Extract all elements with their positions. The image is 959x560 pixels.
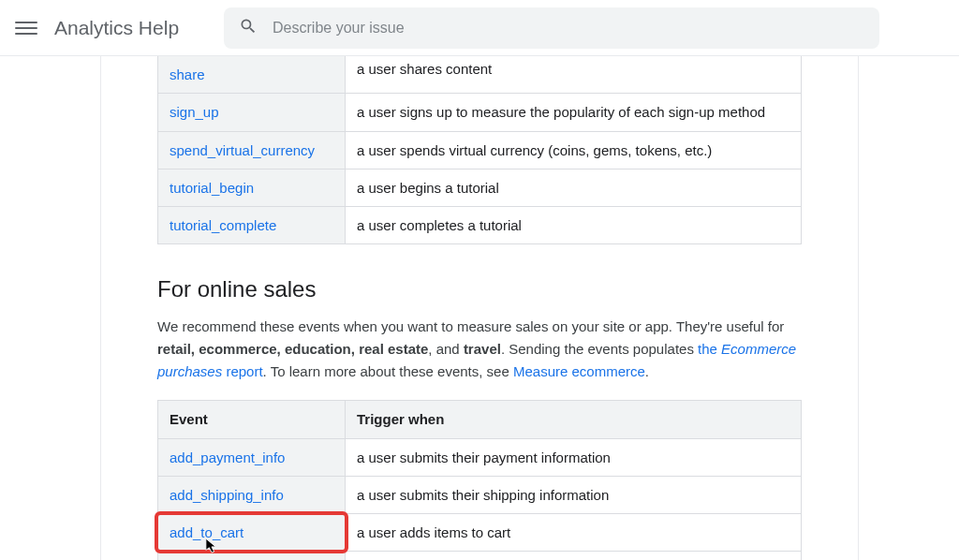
events-table-online-sales: Event Trigger when add_payment_infoa use… — [157, 400, 802, 560]
intro-bold-1: retail — [157, 341, 191, 357]
search-bar[interactable] — [224, 7, 879, 49]
table-row: tutorial_begina user begins a tutorial — [158, 169, 802, 206]
event-description: a user submits their payment information — [346, 438, 802, 476]
event-description: a user signs up to measure the popularit… — [346, 94, 802, 131]
section-heading-online-sales: For online sales — [157, 276, 802, 302]
event-cell: add_to_cart — [158, 514, 346, 552]
col-header-event: Event — [158, 401, 346, 438]
event-link[interactable]: add_payment_info — [170, 449, 285, 465]
event-description: a user adds items to cart — [346, 514, 802, 552]
table-row: add_payment_infoa user submits their pay… — [158, 438, 802, 476]
event-cell: add_shipping_info — [158, 476, 346, 513]
event-cell: tutorial_complete — [158, 207, 346, 244]
event-link[interactable]: share — [170, 66, 205, 82]
intro-bold-5: travel — [464, 341, 501, 357]
event-link[interactable]: spend_virtual_currency — [170, 142, 315, 158]
intro-text: . — [645, 363, 649, 379]
event-cell: spend_virtual_currency — [158, 131, 346, 169]
event-cell: sign_up — [158, 94, 346, 131]
search-icon — [239, 17, 258, 39]
event-cell: share — [158, 56, 346, 94]
col-header-trigger: Trigger when — [346, 401, 802, 438]
event-cell: add_to_wishlist — [158, 552, 346, 560]
intro-text: . To learn more about these events, see — [263, 363, 513, 379]
table-row: sharea user shares content — [158, 56, 802, 94]
intro-bold-3: education — [285, 341, 351, 357]
event-description: a user shares content — [346, 56, 802, 94]
event-link[interactable]: add_shipping_info — [170, 487, 284, 503]
article-card: sharea user shares contentsign_upa user … — [100, 56, 859, 560]
event-description: a user adds items to a wishlist — [346, 552, 802, 560]
intro-text: , and — [428, 341, 464, 357]
event-description: a user begins a tutorial — [346, 169, 802, 206]
table-row: sign_upa user signs up to measure the po… — [158, 94, 802, 131]
intro-bold-4: real estate — [359, 341, 428, 357]
table-row: spend_virtual_currencya user spends virt… — [158, 131, 802, 169]
brand-title: Analytics Help — [54, 17, 179, 39]
event-link[interactable]: tutorial_begin — [170, 180, 254, 196]
event-link[interactable]: tutorial_complete — [170, 217, 276, 233]
event-description: a user submits their shipping informatio… — [346, 476, 802, 513]
menu-icon[interactable] — [15, 17, 37, 39]
event-link[interactable]: sign_up — [170, 104, 219, 120]
table-row: add_shipping_infoa user submits their sh… — [158, 476, 802, 513]
events-table-general: sharea user shares contentsign_upa user … — [157, 56, 802, 244]
intro-text: . Sending the events populates — [501, 341, 698, 357]
event-link[interactable]: add_to_cart — [170, 524, 243, 540]
event-description: a user spends virtual currency (coins, g… — [346, 131, 802, 169]
event-cell: add_payment_info — [158, 438, 346, 476]
measure-ecommerce-link[interactable]: Measure ecommerce — [513, 363, 645, 379]
intro-bold-2: ecommerce — [199, 341, 276, 357]
app-header: Analytics Help — [0, 0, 959, 56]
page-body: sharea user shares contentsign_upa user … — [0, 56, 959, 560]
event-description: a user completes a tutorial — [346, 207, 802, 244]
event-cell: tutorial_begin — [158, 169, 346, 206]
intro-text: We recommend these events when you want … — [157, 318, 784, 334]
search-input[interactable] — [273, 20, 864, 37]
table-row: tutorial_completea user completes a tuto… — [158, 207, 802, 244]
section-intro: We recommend these events when you want … — [157, 316, 802, 383]
table-row: add_to_carta user adds items to cart — [158, 514, 802, 552]
table-row: add_to_wishlista user adds items to a wi… — [158, 552, 802, 560]
